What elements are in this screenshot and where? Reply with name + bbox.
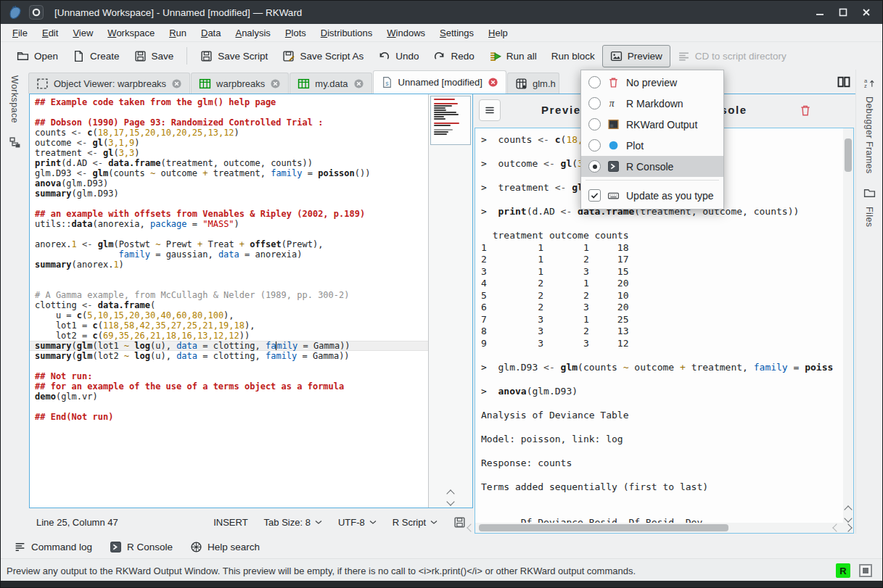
hamburger-menu-button[interactable]	[479, 99, 501, 121]
radio-checked-icon[interactable]	[588, 160, 601, 173]
code-line: 3 1 3 15	[481, 266, 843, 278]
r-console-button[interactable]: R Console	[102, 537, 180, 557]
tab-glm-help[interactable]: glm.h	[507, 73, 559, 94]
console-vertical-scrollbar[interactable]	[843, 128, 853, 523]
save-script-as-button[interactable]: Save Script As	[275, 46, 371, 67]
close-icon[interactable]	[353, 78, 364, 89]
help-search-button[interactable]: Help search	[183, 537, 267, 557]
tab-warpbreaks[interactable]: warpbreaks	[191, 73, 289, 94]
code-line: summary(glm(lot1 ~ log(u), data = clotti…	[30, 341, 428, 351]
menu-help[interactable]: Help	[481, 25, 515, 41]
cd-to-script-directory-button[interactable]: CD to script directory	[670, 46, 794, 67]
menu-plots[interactable]: Plots	[278, 25, 313, 41]
redo-button[interactable]: Redo	[426, 46, 481, 67]
workspace-icon[interactable]	[9, 136, 21, 149]
command-log-button[interactable]: Command log	[7, 537, 99, 557]
menu-item-plot[interactable]: Plot	[581, 135, 723, 156]
code-line	[481, 505, 843, 518]
cursor-position: Line 25, Column 47	[36, 517, 118, 528]
title-bar: [Unnamed Workspace] - Unnamed [modified]…	[1, 1, 882, 24]
minimize-button[interactable]	[814, 7, 826, 18]
trash-icon[interactable]	[799, 104, 812, 117]
scroll-left-icon[interactable]	[832, 523, 840, 531]
tab-size-select[interactable]: Tab Size: 8	[264, 517, 322, 528]
open-button[interactable]: Open	[9, 46, 65, 67]
radio-unchecked-icon[interactable]	[588, 97, 601, 109]
maximize-button[interactable]	[837, 7, 849, 18]
code-line: family = gaussian, data = anorexia)	[30, 249, 428, 260]
close-icon[interactable]	[171, 78, 182, 89]
console-horizontal-scrollbar[interactable]	[475, 523, 853, 533]
save-button[interactable]: Save	[127, 46, 181, 67]
create-button[interactable]: Create	[65, 46, 127, 67]
preview-button[interactable]: Preview	[602, 45, 670, 67]
code-line: 8 3 2 13	[481, 326, 843, 338]
scrollbar-thumb[interactable]	[845, 138, 852, 172]
close-icon[interactable]	[488, 77, 498, 88]
scroll-right-icon[interactable]	[844, 523, 852, 531]
menu-item-rkward-output[interactable]: RKWard Output	[581, 114, 723, 135]
code-line	[30, 280, 428, 290]
code-line	[481, 493, 843, 505]
radio-unchecked-icon[interactable]	[588, 118, 601, 131]
menu-windows[interactable]: Windows	[379, 25, 432, 41]
editor-scrollbar[interactable]	[428, 94, 472, 508]
code-line	[30, 229, 428, 239]
code-line	[481, 349, 843, 362]
stop-engine-button[interactable]	[859, 564, 872, 577]
close-icon[interactable]	[270, 78, 281, 89]
tab-my-data[interactable]: my.data	[289, 73, 371, 94]
editor-minimap[interactable]	[430, 96, 471, 145]
radio-unchecked-icon[interactable]	[588, 76, 601, 88]
menu-edit[interactable]: Edit	[35, 25, 65, 41]
run-block-button[interactable]: Run block	[544, 46, 602, 66]
code-line: counts <- c(18,17,15,20,10,20,25,13,12)	[30, 128, 428, 138]
menu-data[interactable]: Data	[194, 25, 228, 41]
scroll-down-icon[interactable]	[844, 514, 852, 522]
scrollbar-thumb[interactable]	[479, 524, 728, 531]
menu-item-r-markdown[interactable]: πR Markdown	[581, 93, 723, 114]
sidebar-item-workspace[interactable]: Workspace	[9, 75, 20, 123]
tab-object-viewer-warpbreaks[interactable]: Object Viewer: warpbreaks	[28, 73, 190, 94]
menu-item-no-preview[interactable]: No preview	[581, 72, 723, 93]
save-script-button[interactable]: Save Script	[193, 46, 275, 67]
sidebar-item-files[interactable]: Files	[864, 207, 874, 227]
rkward-logo-icon	[7, 4, 22, 20]
sidebar-item-debugger-frames[interactable]: Debugger Frames	[864, 96, 874, 174]
menu-bar: FileEditViewWorkspaceRunDataAnalysisPlot…	[1, 24, 882, 42]
tab-unnamed-modified[interactable]: sUnnamed [modified]	[373, 70, 506, 94]
menu-settings[interactable]: Settings	[432, 25, 481, 41]
menu-analysis[interactable]: Analysis	[228, 25, 277, 41]
code-line	[30, 199, 428, 209]
close-button[interactable]	[861, 7, 872, 18]
menu-view[interactable]: View	[65, 25, 100, 41]
save-icon[interactable]	[453, 516, 466, 529]
split-view-icon[interactable]	[837, 75, 851, 89]
highlight-mode-select[interactable]: R Script	[393, 517, 438, 528]
undo-button[interactable]: Undo	[371, 46, 426, 67]
code-line: Terms added sequentially (first to last)	[481, 481, 843, 494]
radio-unchecked-icon[interactable]	[588, 139, 601, 152]
script-editor-text[interactable]: ## Example code taken from the glm() hel…	[30, 94, 428, 508]
code-line: 9 3 3 12	[481, 338, 843, 350]
code-line: glm.D93 <- glm(counts ~ outcome + treatm…	[30, 168, 428, 178]
menu-item-r-console[interactable]: R Console	[581, 156, 723, 177]
menu-distributions[interactable]: Distributions	[313, 25, 380, 41]
menu-item-update-as-you-type[interactable]: Update as you type	[581, 183, 723, 207]
code-line: summary(glm(lot2 ~ log(u), data = clotti…	[30, 351, 428, 361]
checkbox-checked-icon[interactable]	[588, 189, 601, 202]
redo-icon	[433, 50, 445, 62]
code-line: 5 2 2 10	[481, 290, 843, 302]
encoding-select[interactable]: UTF-8	[338, 517, 377, 528]
insert-mode[interactable]: INSERT	[213, 517, 247, 528]
scroll-up-icon[interactable]	[844, 505, 852, 513]
preview-dropdown-menu: No previewπR MarkdownRKWard OutputPlotR …	[580, 70, 724, 210]
scroll-up-icon[interactable]	[446, 489, 454, 497]
run-all-button[interactable]: Run all	[482, 46, 544, 67]
scroll-down-icon[interactable]	[446, 497, 454, 505]
undo-icon	[378, 50, 390, 62]
keyboard-icon	[607, 189, 620, 202]
menu-file[interactable]: File	[5, 25, 35, 41]
menu-run[interactable]: Run	[162, 25, 194, 41]
menu-workspace[interactable]: Workspace	[100, 25, 162, 41]
